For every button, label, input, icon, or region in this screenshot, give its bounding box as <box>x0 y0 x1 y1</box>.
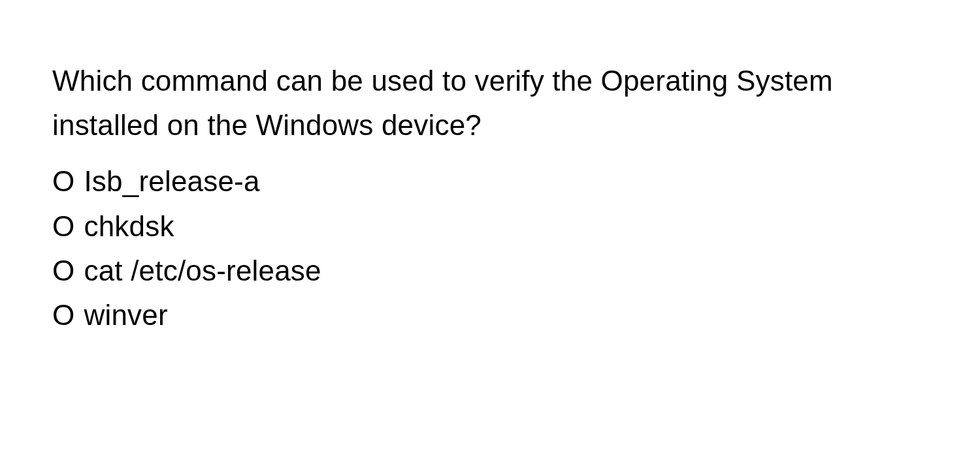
option-4[interactable]: O winver <box>52 293 928 337</box>
option-label: winver <box>84 293 167 337</box>
radio-marker: O <box>52 159 74 204</box>
radio-marker: O <box>52 293 74 337</box>
options-list: O Isb_release-a O chkdsk O cat /etc/os-r… <box>52 159 928 337</box>
option-label: chkdsk <box>84 204 174 249</box>
question-text: Which command can be used to verify the … <box>52 59 928 147</box>
option-3[interactable]: O cat /etc/os-release <box>52 249 928 293</box>
option-2[interactable]: O chkdsk <box>52 204 928 249</box>
option-1[interactable]: O Isb_release-a <box>52 159 928 204</box>
option-label: Isb_release-a <box>84 159 259 204</box>
radio-marker: O <box>52 204 74 249</box>
option-label: cat /etc/os-release <box>84 249 321 293</box>
radio-marker: O <box>52 249 74 293</box>
